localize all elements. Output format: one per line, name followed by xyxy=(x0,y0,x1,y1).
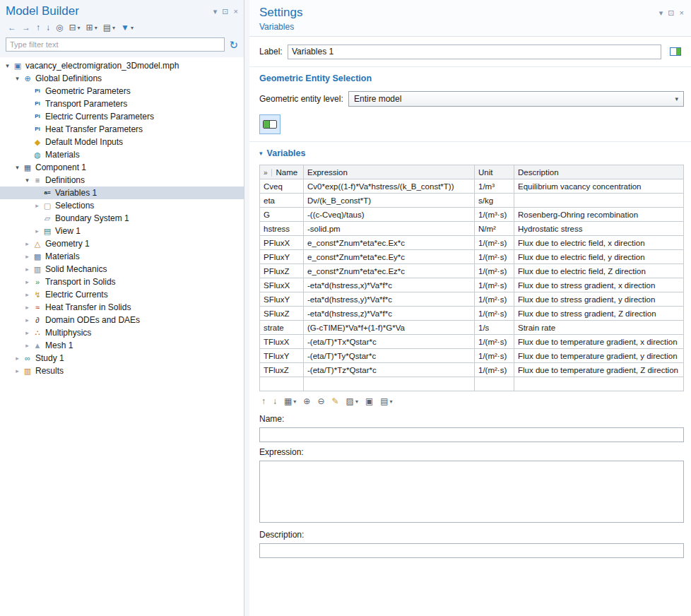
description-cell[interactable]: Flux due to electric field, Z direction xyxy=(514,264,684,278)
sort-columns-icon[interactable]: » xyxy=(264,169,272,177)
variables-section-header[interactable]: ▾ Variables xyxy=(259,148,684,158)
collapse-arrow-icon[interactable]: ▾ xyxy=(23,177,32,184)
dropdown-caret-icon[interactable]: ▾ xyxy=(95,25,98,31)
tree-item-solid-mechanics[interactable]: ▸▥Solid Mechanics xyxy=(0,263,244,276)
label-options-button[interactable] xyxy=(667,44,684,59)
tree-item-boundary-system-1[interactable]: ▱Boundary System 1 xyxy=(0,212,244,225)
tree-item-transport-in-solids[interactable]: ▸»Transport in Solids xyxy=(0,276,244,288)
column-header-expression[interactable]: Expression xyxy=(304,165,475,179)
active-selection-toggle[interactable] xyxy=(259,114,280,134)
name-cell[interactable]: SFluxX xyxy=(260,278,304,292)
expression-cell[interactable]: e_const*Znum*eta*ec.Ez*c xyxy=(304,264,475,278)
tree-item-heat-transfer-in-solids[interactable]: ▸≈Heat Transfer in Solids xyxy=(0,301,244,314)
tree-item-study-1[interactable]: ▸∞Study 1 xyxy=(0,352,244,365)
filter-tree-button[interactable]: ▼▾ xyxy=(119,23,136,32)
collapse-arrow-icon[interactable]: ▾ xyxy=(13,164,22,171)
expression-cell[interactable]: e_const*Znum*eta*ec.Ex*c xyxy=(304,236,475,250)
save-to-file-button[interactable]: ▣ xyxy=(363,396,375,406)
description-cell[interactable]: Flux due to electric field, x direction xyxy=(514,236,684,250)
expression-cell[interactable]: (G-cTIME)*Va*f+(1-f)*G*Va xyxy=(304,321,475,335)
tree-item-view-1[interactable]: ▸▤View 1 xyxy=(0,225,244,237)
name-cell[interactable]: hstress xyxy=(260,222,304,236)
move-down-button[interactable]: ↓ xyxy=(271,396,279,406)
dropdown-caret-icon[interactable]: ▾ xyxy=(293,398,296,405)
expression-cell[interactable]: -eta*d(hstress,y)*Va*f*c xyxy=(304,292,475,307)
name-cell[interactable]: SFluxY xyxy=(260,292,304,307)
unit-cell[interactable]: 1/(m²·s) xyxy=(475,349,514,363)
description-cell[interactable]: Flux due to stress gradient, y direction xyxy=(514,292,684,307)
table-row[interactable]: PFluxZe_const*Znum*eta*ec.Ez*c1/(m²·s)Fl… xyxy=(260,264,684,278)
tree-item-transport-parameters[interactable]: PiTransport Parameters xyxy=(0,97,244,110)
table-row[interactable]: PFluxYe_const*Znum*eta*ec.Ey*c1/(m²·s)Fl… xyxy=(260,250,684,264)
float-panel-icon[interactable]: ⊡ xyxy=(222,8,228,16)
tree-item-electric-currents-parameters[interactable]: PiElectric Currents Parameters xyxy=(0,110,244,123)
show-button[interactable]: ◎ xyxy=(54,23,65,32)
expand-arrow-icon[interactable]: ▸ xyxy=(23,266,32,273)
model-tree-nodes-button[interactable]: ▤▾ xyxy=(101,23,117,32)
tree-item-materials[interactable]: ▸▩Materials xyxy=(0,250,244,263)
expression-cell[interactable]: -(eta/T)*Tx*Qstar*c xyxy=(304,335,475,349)
forward-button[interactable]: → xyxy=(20,23,33,32)
table-row[interactable]: TFluxZ-(eta/T)*Tz*Qstar*c1/(m²·s)Flux du… xyxy=(260,363,684,377)
panel-splitter[interactable] xyxy=(244,0,249,616)
name-cell[interactable]: TFluxZ xyxy=(260,363,304,377)
move-up-button[interactable]: ↑ xyxy=(34,23,42,32)
tree-item-component-1[interactable]: ▾▦Component 1 xyxy=(0,161,244,174)
table-row[interactable]: SFluxY-eta*d(hstress,y)*Va*f*c1/(m²·s)Fl… xyxy=(260,292,684,307)
name-cell[interactable] xyxy=(260,377,304,391)
move-up-button[interactable]: ↑ xyxy=(259,396,268,406)
float-panel-icon[interactable]: ⊡ xyxy=(668,9,674,17)
name-cell[interactable]: PFluxZ xyxy=(260,264,304,278)
expression-cell[interactable]: -eta*d(hstress,x)*Va*f*c xyxy=(304,278,475,292)
unit-cell[interactable]: 1/(m³·s) xyxy=(475,208,514,222)
description-cell[interactable]: Hydrostatic stress xyxy=(514,222,684,236)
expression-cell[interactable]: -(eta/T)*Ty*Qstar*c xyxy=(304,349,475,363)
unit-cell[interactable]: 1/s xyxy=(475,321,514,335)
expand-arrow-icon[interactable]: ▸ xyxy=(33,227,42,235)
expand-arrow-icon[interactable]: ▸ xyxy=(23,278,32,285)
name-cell[interactable]: eta xyxy=(260,194,304,208)
description-cell[interactable]: Flux due to stress gradient, Z direction xyxy=(514,307,684,321)
expand-arrow-icon[interactable]: ▸ xyxy=(13,355,22,362)
expand-arrow-icon[interactable]: ▸ xyxy=(23,291,32,298)
description-cell[interactable]: Flux due to temperature gradient, Z dire… xyxy=(514,363,684,377)
column-header-description[interactable]: Description xyxy=(514,165,684,179)
filter-input[interactable] xyxy=(6,37,225,52)
tree-item-multiphysics[interactable]: ▸∴Multiphysics xyxy=(0,326,244,339)
tree-item-electric-currents[interactable]: ▸↯Electric Currents xyxy=(0,288,244,301)
description-cell[interactable] xyxy=(514,194,684,208)
tree-item-variables-1[interactable]: a=Variables 1 xyxy=(0,186,244,199)
panel-menu-chevron-icon[interactable]: ▾ xyxy=(659,9,663,17)
collapse-arrow-icon[interactable]: ▾ xyxy=(3,62,12,69)
expression-cell[interactable]: -(eta/T)*Tz*Qstar*c xyxy=(304,363,475,377)
tree-item-global-definitions[interactable]: ▾⊕Global Definitions xyxy=(0,72,244,85)
tree-item-materials[interactable]: ◍Materials xyxy=(0,148,244,161)
tree-item-vacancy-electromigration-3dmodel-mph[interactable]: ▾▣vacancy_electromigration_3Dmodel.mph xyxy=(0,59,244,72)
tree-item-selections[interactable]: ▸▢Selections xyxy=(0,199,244,212)
tree-item-definitions[interactable]: ▾≡Definitions xyxy=(0,174,244,186)
table-row[interactable]: TFluxY-(eta/T)*Ty*Qstar*c1/(m²·s)Flux du… xyxy=(260,349,684,363)
tree-item-geometric-parameters[interactable]: PiGeometric Parameters xyxy=(0,85,244,97)
description-input[interactable] xyxy=(259,543,684,558)
expression-cell[interactable]: Dv/(k_B_const*T) xyxy=(304,194,475,208)
dropdown-caret-icon[interactable]: ▾ xyxy=(355,398,358,405)
table-settings-button[interactable]: ▤▾ xyxy=(378,396,394,406)
description-cell[interactable]: Flux due to stress gradient, x direction xyxy=(514,278,684,292)
description-cell[interactable] xyxy=(514,377,684,391)
table-row[interactable]: strate(G-cTIME)*Va*f+(1-f)*G*Va1/sStrain… xyxy=(260,321,684,335)
description-cell[interactable]: Flux due to temperature gradient, x dire… xyxy=(514,335,684,349)
move-down-button[interactable]: ↓ xyxy=(44,23,52,32)
name-cell[interactable]: PFluxY xyxy=(260,250,304,264)
name-cell[interactable]: TFluxX xyxy=(260,335,304,349)
description-cell[interactable]: Rosenberg-Ohring recombination xyxy=(514,208,684,222)
expression-cell[interactable]: Cv0*exp((1-f)*Va*hstress/(k_B_const*T)) xyxy=(304,179,475,194)
expand-arrow-icon[interactable]: ▸ xyxy=(23,329,32,336)
expression-cell[interactable] xyxy=(304,377,475,391)
table-row[interactable]: TFluxX-(eta/T)*Tx*Qstar*c1/(m²·s)Flux du… xyxy=(260,335,684,349)
label-input[interactable] xyxy=(288,45,661,59)
collapse-all-button[interactable]: ⊟▾ xyxy=(66,23,82,32)
unit-cell[interactable]: 1/(m²·s) xyxy=(475,236,514,250)
unit-cell[interactable] xyxy=(475,377,514,391)
unit-cell[interactable]: 1/(m²·s) xyxy=(475,307,514,321)
dropdown-caret-icon[interactable]: ▾ xyxy=(131,25,134,31)
